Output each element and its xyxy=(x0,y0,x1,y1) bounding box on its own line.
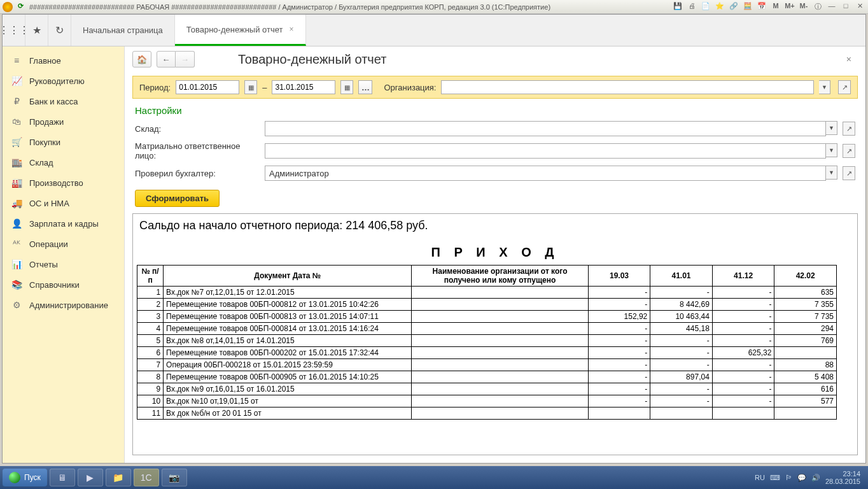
table-row[interactable]: 5Вх.док №8 от,14,01,15 от 14.01.2015---7… xyxy=(137,335,837,347)
info-icon[interactable]: ⓘ xyxy=(812,2,823,12)
org-open-icon[interactable]: ↗ xyxy=(838,80,851,94)
tray-volume-icon[interactable]: 🔊 xyxy=(811,474,820,482)
start-button[interactable]: Пуск xyxy=(3,469,47,486)
mol-dropdown-icon[interactable]: ▼ xyxy=(826,143,837,157)
tray-flag-icon[interactable]: 🏳 xyxy=(785,474,792,481)
sidebar-label: Склад xyxy=(29,158,53,167)
period-label: Период: xyxy=(139,83,171,92)
tab-report[interactable]: Товарно-денежный отчет × xyxy=(175,15,306,46)
minimize-icon[interactable]: — xyxy=(826,2,837,12)
date-to-input[interactable] xyxy=(272,80,335,94)
table-row[interactable]: 11Вх док №б/н от 20 01 15 от xyxy=(137,408,837,420)
sidebar-icon: ᴬᴷ xyxy=(11,239,22,249)
sidebar-label: Руководителю xyxy=(29,76,85,86)
sidebar-item-9[interactable]: ᴬᴷОперации xyxy=(3,234,124,254)
sidebar-icon: 📈 xyxy=(11,76,22,86)
org-input[interactable] xyxy=(441,80,814,94)
table-row[interactable]: 2Перемещение товаров 00БП-000812 от 13.0… xyxy=(137,299,837,311)
sidebar-item-0[interactable]: ≡Главное xyxy=(3,50,124,71)
calendar-icon[interactable]: 📅 xyxy=(756,2,767,12)
sidebar-icon: 🚚 xyxy=(11,198,22,208)
history-icon[interactable]: ↻ xyxy=(48,15,71,46)
warehouse-dropdown-icon[interactable]: ▼ xyxy=(826,121,837,135)
taskbar-item-4[interactable]: 1C xyxy=(134,469,159,486)
warehouse-input[interactable] xyxy=(265,121,826,136)
tab-close-icon[interactable]: × xyxy=(290,25,294,34)
tray-keyboard-icon[interactable]: ⌨ xyxy=(770,474,780,482)
taskbar-item-5[interactable]: 📷 xyxy=(162,469,187,486)
link-icon[interactable]: 🔗 xyxy=(728,2,739,12)
print-icon[interactable]: 🖨 xyxy=(686,2,697,12)
tab-home[interactable]: Начальная страница xyxy=(71,15,175,46)
close-window-icon[interactable]: ✕ xyxy=(854,2,865,12)
table-row[interactable]: 6Перемещение товаров 00БП-000202 от 15.0… xyxy=(137,347,837,359)
taskbar-item-2[interactable]: ▶ xyxy=(78,469,103,486)
th-num: № п/п xyxy=(137,266,164,287)
date-from-input[interactable] xyxy=(176,80,239,94)
sidebar-item-8[interactable]: 👤Зарплата и кадры xyxy=(3,213,124,234)
window-title: ########################### РАБОЧАЯ ####… xyxy=(29,3,672,11)
calc-icon[interactable]: 🧮 xyxy=(742,2,753,12)
sidebar-item-3[interactable]: 🛍Продажи xyxy=(3,111,124,132)
close-page-icon[interactable]: × xyxy=(846,54,851,64)
calendar-to-icon[interactable]: ▦ xyxy=(340,80,353,94)
doc-icon[interactable]: 📄 xyxy=(700,2,711,12)
tray-chat-icon[interactable]: 💬 xyxy=(797,474,806,482)
home-button[interactable]: 🏠 xyxy=(132,51,151,67)
star-icon[interactable]: ⭐ xyxy=(714,2,725,12)
mol-input[interactable] xyxy=(265,143,826,159)
page-title: Товарно-денежный отчет xyxy=(238,52,386,67)
mol-open-icon[interactable]: ↗ xyxy=(843,144,855,158)
table-row[interactable]: 1Вх.док №7 от,12,01,15 от 12.01.2015---6… xyxy=(137,287,837,299)
accountant-open-icon[interactable]: ↗ xyxy=(843,166,855,180)
sidebar-item-10[interactable]: 📊Отчеты xyxy=(3,254,124,274)
period-picker-button[interactable]: … xyxy=(358,80,372,94)
form-button[interactable]: Сформировать xyxy=(135,190,220,207)
sidebar-label: Производство xyxy=(29,178,83,188)
m-minus-button[interactable]: M- xyxy=(798,2,809,12)
accountant-row: Проверил бухгалтер: Администратор ▼ ↗ xyxy=(125,163,865,183)
taskbar-item-1[interactable]: 🖥 xyxy=(50,469,75,486)
back-button[interactable]: ← xyxy=(157,51,176,67)
sidebar: ≡Главное📈Руководителю₽Банк и касса🛍Прода… xyxy=(3,46,125,463)
table-row[interactable]: 9Вх.док №9 от,16,01,15 от 16.01.2015---6… xyxy=(137,383,837,395)
table-row[interactable]: 8Перемещение товаров 00БП-000905 от 16.0… xyxy=(137,371,837,383)
org-dropdown-icon[interactable]: ▼ xyxy=(819,80,830,94)
sidebar-item-6[interactable]: 🏭Производство xyxy=(3,173,124,193)
accountant-input[interactable]: Администратор xyxy=(265,166,826,181)
sidebar-item-4[interactable]: 🛒Покупки xyxy=(3,132,124,152)
warehouse-open-icon[interactable]: ↗ xyxy=(843,122,855,136)
sidebar-item-11[interactable]: 📚Справочники xyxy=(3,274,124,295)
sidebar-item-7[interactable]: 🚚ОС и НМА xyxy=(3,193,124,213)
warehouse-label: Склад: xyxy=(135,124,262,134)
sidebar-label: Операции xyxy=(29,239,68,249)
th-c3: 41.12 xyxy=(712,266,774,287)
accountant-dropdown-icon[interactable]: ▼ xyxy=(826,166,837,180)
tray-clock[interactable]: 23:14 28.03.2015 xyxy=(825,470,860,485)
sidebar-label: Справочники xyxy=(29,280,80,290)
sidebar-item-12[interactable]: ⚙Администрирование xyxy=(3,295,124,315)
table-row[interactable]: 4Перемещение товаров 00БП-000814 от 13.0… xyxy=(137,323,837,335)
period-bar: Период: ▦ – ▦ … Организация: ▼ ↗ xyxy=(132,76,858,99)
forward-button[interactable]: → xyxy=(176,51,195,67)
calendar-from-icon[interactable]: ▦ xyxy=(244,80,257,94)
save-icon[interactable]: 💾 xyxy=(672,2,683,12)
sidebar-item-5[interactable]: 🏬Склад xyxy=(3,152,124,173)
sidebar-label: Главное xyxy=(29,56,61,66)
taskbar-item-3[interactable]: 📁 xyxy=(106,469,131,486)
sidebar-item-1[interactable]: 📈Руководителю xyxy=(3,71,124,91)
m-plus-button[interactable]: M+ xyxy=(784,2,795,12)
favorites-icon[interactable]: ★ xyxy=(25,15,48,46)
refresh-icon[interactable]: ⟳ xyxy=(15,2,25,12)
app-logo-icon xyxy=(3,2,13,12)
table-row[interactable]: 3Перемещение товаров 00БП-000813 от 13.0… xyxy=(137,311,837,323)
apps-grid-icon[interactable]: ⋮⋮⋮ xyxy=(3,15,25,46)
table-row[interactable]: 10Вх.док №10 от,19,01,15 от---577 xyxy=(137,395,837,408)
maximize-icon[interactable]: □ xyxy=(840,2,851,12)
table-row[interactable]: 7Операция 00БП-000218 от 15.01.2015 23:5… xyxy=(137,359,837,371)
sidebar-label: Банк и касса xyxy=(29,97,78,106)
lang-indicator[interactable]: RU xyxy=(755,474,765,481)
m-button[interactable]: M xyxy=(770,2,781,12)
sidebar-item-2[interactable]: ₽Банк и касса xyxy=(3,91,124,111)
report-frame[interactable]: Сальдо на начало отчетного периода: 214 … xyxy=(132,213,858,455)
